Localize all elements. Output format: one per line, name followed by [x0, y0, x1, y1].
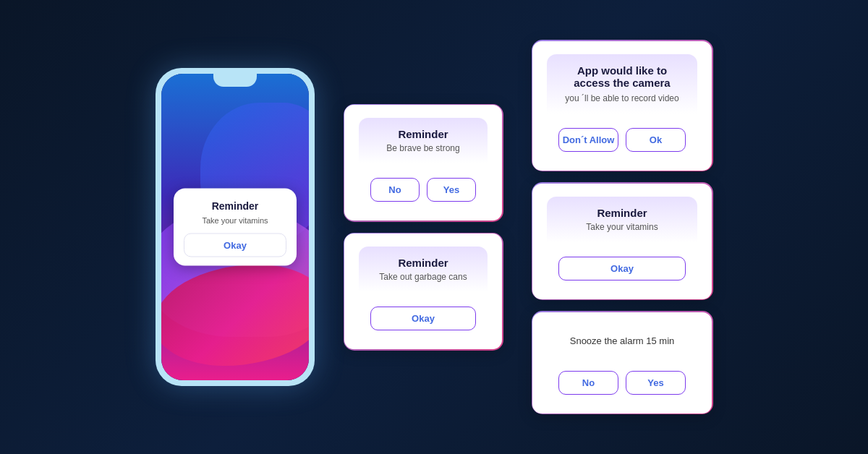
card-reminder-garbage-body: Okay	[359, 292, 488, 339]
card-reminder-vitamins: Reminder Take your vitamins Okay	[532, 183, 712, 300]
card-reminder-brave-header: Reminder Be brave be strong	[359, 118, 488, 163]
card-reminder-vitamins-header: Reminder Take your vitamins	[547, 197, 697, 242]
card-snooze-inner: Snooze the alarm 15 min No Yes	[547, 325, 697, 403]
card-snooze-btn-row: No Yes	[558, 371, 686, 395]
card-camera-inner: App would like to access the camera you …	[547, 54, 697, 160]
card-reminder-garbage: Reminder Take out garbage cans Okay	[344, 233, 503, 350]
card-camera-header: App would like to access the camera you …	[547, 54, 697, 113]
right-column: App would like to access the camera you …	[532, 40, 712, 414]
card-reminder-vitamins-title: Reminder	[558, 207, 686, 219]
card-reminder-vitamins-inner: Reminder Take your vitamins Okay	[547, 197, 697, 289]
card-reminder-vitamins-body: Okay	[547, 242, 697, 289]
card-snooze-message: Snooze the alarm 15 min	[558, 335, 686, 346]
phone-okay-button[interactable]: Okay	[184, 234, 286, 257]
card-reminder-garbage-title: Reminder	[370, 257, 476, 269]
card-camera-title: App would like to access the camera	[558, 64, 686, 89]
phone: Reminder Take your vitamins Okay	[156, 68, 315, 386]
phone-dialog: Reminder Take your vitamins Okay	[174, 189, 297, 266]
card-reminder-vitamins-okay-button[interactable]: Okay	[558, 257, 686, 280]
card-camera-btn-row: Don´t Allow Ok	[558, 128, 686, 152]
card-reminder-brave-title: Reminder	[370, 128, 476, 140]
card-reminder-garbage-okay-button[interactable]: Okay	[370, 307, 476, 330]
card-reminder-brave-btn-row: No Yes	[370, 178, 476, 202]
card-snooze-no-button[interactable]: No	[558, 371, 618, 395]
card-camera-permission: App would like to access the camera you …	[532, 40, 712, 171]
card-reminder-brave-yes-button[interactable]: Yes	[427, 178, 476, 202]
phone-dialog-title: Reminder	[184, 200, 286, 212]
phone-inner: Reminder Take your vitamins Okay	[161, 74, 309, 380]
card-reminder-brave-inner: Reminder Be brave be strong No Yes	[359, 118, 488, 210]
card-camera-dont-allow-button[interactable]: Don´t Allow	[558, 128, 618, 152]
middle-column: Reminder Be brave be strong No Yes Remin…	[344, 104, 503, 350]
main-layout: Reminder Take your vitamins Okay Reminde…	[141, 26, 727, 429]
phone-dialog-message: Take your vitamins	[184, 216, 286, 225]
card-snooze: Snooze the alarm 15 min No Yes	[532, 312, 712, 414]
card-reminder-brave-no-button[interactable]: No	[370, 178, 420, 202]
phone-notch	[213, 74, 257, 87]
card-snooze-body: No Yes	[547, 356, 697, 403]
card-snooze-header: Snooze the alarm 15 min	[547, 325, 697, 356]
phone-container: Reminder Take your vitamins Okay	[156, 68, 315, 386]
card-camera-body: Don´t Allow Ok	[547, 113, 697, 160]
card-reminder-brave-message: Be brave be strong	[370, 143, 476, 153]
card-reminder-brave: Reminder Be brave be strong No Yes	[344, 104, 503, 221]
card-reminder-garbage-inner: Reminder Take out garbage cans Okay	[359, 247, 488, 339]
card-reminder-garbage-message: Take out garbage cans	[370, 272, 476, 282]
card-camera-message: you ´ll be able to record video	[558, 93, 686, 103]
card-snooze-yes-button[interactable]: Yes	[626, 371, 686, 395]
card-reminder-garbage-header: Reminder Take out garbage cans	[359, 247, 488, 292]
card-reminder-brave-body: No Yes	[359, 163, 488, 210]
card-camera-ok-button[interactable]: Ok	[626, 128, 686, 152]
card-reminder-vitamins-message: Take your vitamins	[558, 222, 686, 232]
